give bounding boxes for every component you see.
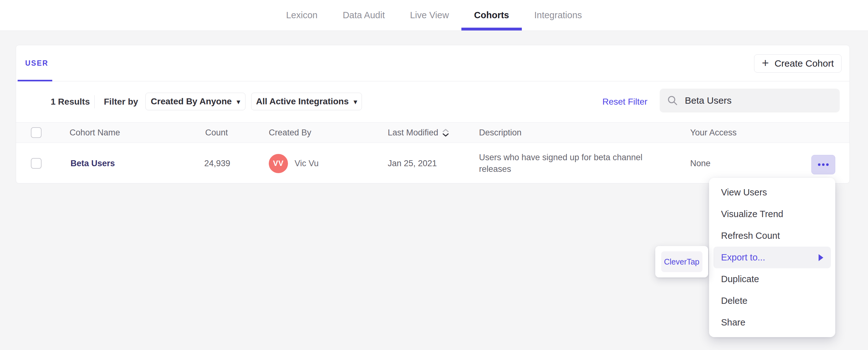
results-count: 1 Results [51, 81, 90, 122]
nav-tab-lexicon[interactable]: Lexicon [274, 0, 330, 31]
filter-divider [94, 95, 95, 108]
caret-down-icon: ▾ [237, 98, 240, 105]
last-modified-date: Jan 25, 2021 [388, 143, 437, 184]
menu-item-export-to[interactable]: Export to... [713, 247, 831, 268]
menu-item-duplicate[interactable]: Duplicate [713, 268, 831, 290]
menu-item-view-users[interactable]: View Users [713, 182, 831, 203]
header-last-modified[interactable]: Last Modified [388, 123, 449, 143]
nav-tab-data-audit[interactable]: Data Audit [330, 0, 398, 31]
more-options-button[interactable] [811, 155, 835, 174]
your-access-value: None [690, 143, 711, 184]
cohort-name-link[interactable]: Beta Users [70, 159, 115, 168]
create-cohort-button[interactable]: + Create Cohort [754, 55, 842, 73]
menu-item-share[interactable]: Share [713, 312, 831, 334]
created-by-dropdown[interactable]: Created By Anyone ▾ [146, 93, 246, 110]
header-description: Description [479, 123, 522, 143]
nav-tab-live-view[interactable]: Live View [398, 0, 462, 31]
caret-down-icon: ▾ [354, 98, 357, 105]
sort-icon[interactable] [442, 129, 449, 137]
menu-item-refresh-count[interactable]: Refresh Count [713, 225, 831, 247]
header-your-access: Your Access [690, 123, 737, 143]
integrations-dropdown-value: All Active Integrations [256, 97, 349, 106]
cohort-count: 24,939 [204, 143, 230, 184]
search-box[interactable] [660, 89, 840, 112]
nav-tab-cohorts[interactable]: Cohorts [461, 0, 522, 31]
row-context-menu: View Users Visualize Trend Refresh Count… [709, 178, 835, 337]
menu-item-delete[interactable]: Delete [713, 290, 831, 312]
menu-item-visualize-trend[interactable]: Visualize Trend [713, 203, 831, 225]
created-by-dropdown-value: Created By Anyone [151, 97, 231, 106]
creator-name: Vic Vu [294, 159, 319, 168]
row-checkbox[interactable] [31, 158, 41, 169]
table-header-row: Cohort Name Count Created By Last Modifi… [16, 122, 849, 143]
creator-avatar: VV [269, 154, 288, 173]
more-options-icon [822, 163, 825, 166]
cohort-description: Users who have signed up for beta channe… [479, 152, 651, 175]
nav-tab-integrations[interactable]: Integrations [522, 0, 595, 31]
reset-filter-link[interactable]: Reset Filter [602, 81, 647, 122]
create-cohort-button-label: Create Cohort [775, 58, 834, 69]
top-nav: Lexicon Data Audit Live View Cohorts Int… [0, 0, 868, 31]
search-input[interactable] [685, 95, 823, 106]
select-all-checkbox[interactable] [31, 127, 41, 138]
integrations-dropdown[interactable]: All Active Integrations ▾ [251, 93, 362, 110]
menu-item-export-to-label: Export to... [721, 252, 765, 262]
filter-bar: 1 Results Filter by Created By Anyone ▾ … [16, 81, 849, 122]
header-created-by: Created By [269, 123, 311, 143]
submenu-arrow-icon [818, 254, 823, 261]
header-cohort-name: Cohort Name [69, 123, 120, 143]
submenu-item-clevertap[interactable]: CleverTap [661, 251, 703, 272]
export-submenu: CleverTap [655, 246, 708, 277]
cohort-type-tab-bar: USER + Create Cohort [16, 45, 849, 81]
cohorts-card: USER + Create Cohort 1 Results Filter by… [16, 45, 850, 183]
search-icon [667, 95, 678, 106]
plus-icon: + [762, 57, 769, 69]
tab-user[interactable]: USER [25, 45, 49, 81]
more-options-icon [818, 163, 820, 166]
more-options-icon [826, 163, 829, 166]
header-count: Count [205, 123, 228, 143]
filter-by-label: Filter by [104, 81, 138, 122]
header-last-modified-label: Last Modified [388, 128, 438, 138]
